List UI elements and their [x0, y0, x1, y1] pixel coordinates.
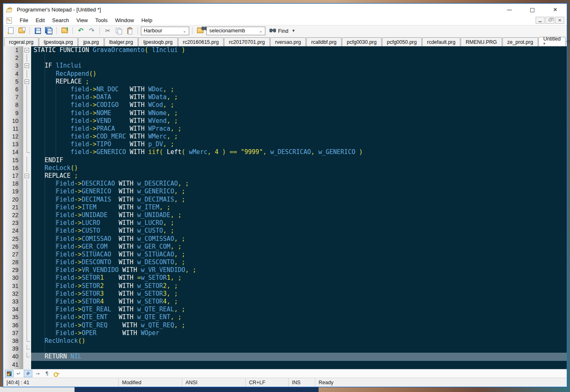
code-line-30[interactable]: 30 Field->SETOR1 WITH =w_SETOR1, ; [3, 274, 567, 282]
maximize-button[interactable]: □ [521, 4, 544, 15]
code-line-13[interactable]: 13 field->TIPO WITH p_DV, ; [3, 140, 567, 148]
code-line-28[interactable]: 28 Field->DESCONTO WITH w_DESCONTO, ; [3, 258, 567, 266]
show-whitespace-button[interactable]: → [33, 370, 42, 377]
fold-marker-line [23, 133, 31, 140]
scheme-combobox[interactable]: Harbour ⌄ [141, 27, 189, 35]
code-line-35[interactable]: 35 Field->QTE_ENT WITH w_QTE_ENT, ; [3, 313, 567, 321]
code-line-18[interactable]: 18 Field->DESCRICAO WITH w_DESCRICAO, ; [3, 180, 567, 188]
tab-lbalger-prg[interactable]: lbalger.prg [104, 37, 138, 46]
color-scheme-button[interactable] [5, 370, 14, 377]
code-line-40[interactable]: 40 RETURN NIL [3, 353, 567, 360]
mdi-restore-button[interactable] [545, 17, 554, 24]
menu-item-file[interactable]: File [16, 16, 32, 25]
line-number: 4 [3, 70, 23, 78]
code-line-41[interactable]: 41 [3, 361, 567, 369]
save-button[interactable] [33, 26, 43, 35]
find-in-files-button[interactable] [195, 26, 205, 35]
menu-item-edit[interactable]: Edit [32, 16, 48, 25]
code-line-5[interactable]: 5 REPLACE ; [3, 78, 567, 86]
paste-button[interactable] [125, 26, 135, 35]
tab-scroll-left-button[interactable]: ◁ [566, 39, 569, 44]
code-line-20[interactable]: 20 Field->DECIMAIS WITH w_DECIMAIS, ; [3, 196, 567, 204]
tab-ze-prot-prg[interactable]: ze_prot.prg [502, 37, 538, 46]
code-line-3[interactable]: 3 IF lInclui [3, 62, 567, 70]
code-line-31[interactable]: 31 Field->SETOR2 WITH w_SETOR2, ; [3, 282, 567, 290]
line-endings-button[interactable]: ¶ [43, 370, 51, 377]
code-line-15[interactable]: 15 ENDIF [3, 156, 567, 164]
tab-rc20160615-prg[interactable]: rc20160615.prg [178, 37, 224, 46]
tab-untitled-[interactable]: Untitled * [538, 37, 565, 46]
fold-marker-box[interactable] [23, 62, 31, 70]
tab-pcfg0030-prg[interactable]: pcfg0030.prg [342, 37, 382, 46]
code-line-34[interactable]: 34 Field->QTE_REAL WITH w_QTE_REAL, ; [3, 306, 567, 313]
tab-rcdefault-prg[interactable]: rcdefault.prg [422, 37, 460, 46]
code-editor[interactable]: 1STATIC FUNCTION GravaOrcamento( lInclui… [3, 46, 567, 369]
cut-button[interactable]: ✂ [103, 26, 113, 35]
search-combobox[interactable]: selecionamemb ⌄ [206, 27, 265, 35]
code-line-21[interactable]: 21 Field->ITEM WITH w_ITEM, ; [3, 204, 567, 211]
undo-button[interactable]: ↶ [76, 26, 86, 35]
tab-jpa-prg[interactable]: jpa.prg [78, 37, 104, 46]
tab-rc20170701-prg[interactable]: rc20170701.prg [224, 37, 270, 46]
title-bar[interactable]: ✒ Programmer's Notepad - [Untitled *] — … [3, 4, 567, 15]
code-line-25[interactable]: 25 Field->COMISSAO WITH w_COMISSAO, ; [3, 235, 567, 243]
menu-item-search[interactable]: Search [48, 16, 72, 25]
code-line-38[interactable]: 38 RecUnlock() [3, 337, 567, 345]
code-line-19[interactable]: 19 Field->GENERICO WITH w_GENERICO, ; [3, 188, 567, 195]
menu-item-help[interactable]: Help [138, 16, 156, 25]
code-text [31, 345, 567, 353]
menu-item-tools[interactable]: Tools [92, 16, 111, 25]
code-line-26[interactable]: 26 Field->GER_COM WITH w_GER_COM, ; [3, 243, 567, 251]
code-line-8[interactable]: 8 field->CODIGO WITH WCod, ; [3, 101, 567, 109]
tab-rversao-prg[interactable]: rversao.prg [270, 37, 306, 46]
protect-button[interactable] [52, 370, 61, 377]
code-line-11[interactable]: 11 field->PRACA WITH WPraca, ; [3, 125, 567, 133]
fold-marker-box[interactable] [23, 172, 31, 180]
open-file-button[interactable] [17, 26, 27, 35]
code-line-37[interactable]: 37 Field->OPER WITH WOper [3, 329, 567, 337]
minimize-button[interactable]: — [498, 4, 521, 15]
code-line-36[interactable]: 36 Field->QTE_REQ WITH w_QTE_REQ, ; [3, 322, 567, 329]
new-file-button[interactable]: ✦ [6, 26, 16, 35]
menu-item-window[interactable]: Window [111, 16, 138, 25]
redo-button[interactable]: ↷ [87, 26, 97, 35]
code-line-39[interactable]: 39 [3, 345, 567, 353]
fold-marker-box[interactable] [23, 78, 31, 86]
code-line-29[interactable]: 29 Field->VR_VENDIDO WITH w_VR_VENDIDO, … [3, 266, 567, 274]
tab-pcfg0050-prg[interactable]: pcfg0050.prg [382, 37, 422, 46]
tab-ljpestoqa-prg[interactable]: ljpestoqa.prg [39, 37, 78, 46]
code-line-2[interactable]: 2 [3, 54, 567, 62]
tab-rmenu-prg[interactable]: RMENU.PRG [461, 37, 502, 46]
code-line-22[interactable]: 22 Field->UNIDADE WITH w_UNIDADE, ; [3, 211, 567, 219]
code-line-6[interactable]: 6 field->NR_DOC WITH WDoc, ; [3, 86, 567, 93]
fold-marker-box[interactable] [23, 46, 31, 54]
close-button[interactable]: ✕ [544, 4, 567, 15]
code-line-12[interactable]: 12 field->COD_MERC WITH WMerc, ; [3, 133, 567, 140]
code-line-4[interactable]: 4 RecAppend() [3, 70, 567, 78]
code-line-24[interactable]: 24 Field->CUSTO WITH w_CUSTO, ; [3, 227, 567, 235]
tab-rcgeral-prg[interactable]: rcgeral.prg [4, 37, 38, 46]
tab-rcalldbf-prg[interactable]: rcalldbf.prg [306, 37, 342, 46]
tab-ljpestoqb-prg[interactable]: ljpestoqb.prg [138, 37, 178, 46]
menu-item-view[interactable]: View [73, 16, 92, 25]
code-line-16[interactable]: 16 RecLock() [3, 164, 567, 172]
line-numbers-button[interactable]: # [24, 370, 32, 377]
code-line-14[interactable]: 14 field->GENERICO WITH iif( Left( wMerc… [3, 148, 567, 156]
mdi-minimize-button[interactable] [536, 17, 545, 24]
mdi-close-button[interactable]: ✕ [555, 17, 564, 24]
line-number: 40 [3, 353, 23, 360]
code-line-1[interactable]: 1STATIC FUNCTION GravaOrcamento( lInclui… [3, 46, 567, 54]
word-wrap-button[interactable]: ↵ [14, 370, 23, 377]
find-button[interactable]: Find ▼ [267, 27, 298, 35]
code-line-9[interactable]: 9 field->NOME WITH WNome, ; [3, 109, 567, 117]
open-project-button[interactable]: ↥ [60, 26, 70, 35]
code-line-33[interactable]: 33 Field->SETOR4 WITH w_SETOR4, ; [3, 298, 567, 306]
code-line-10[interactable]: 10 field->VEND WITH WVend, ; [3, 117, 567, 125]
copy-button[interactable] [114, 26, 124, 35]
code-line-7[interactable]: 7 field->DATA WITH WData, ; [3, 93, 567, 101]
save-all-button[interactable] [44, 26, 54, 35]
code-line-32[interactable]: 32 Field->SETOR3 WITH w_SETOR3, ; [3, 290, 567, 298]
code-line-17[interactable]: 17 REPLACE ; [3, 172, 567, 180]
code-line-23[interactable]: 23 Field->LUCRO WITH w_LUCRO, ; [3, 219, 567, 227]
code-line-27[interactable]: 27 Field->SITUACAO WITH w_SITUACAO, ; [3, 251, 567, 258]
